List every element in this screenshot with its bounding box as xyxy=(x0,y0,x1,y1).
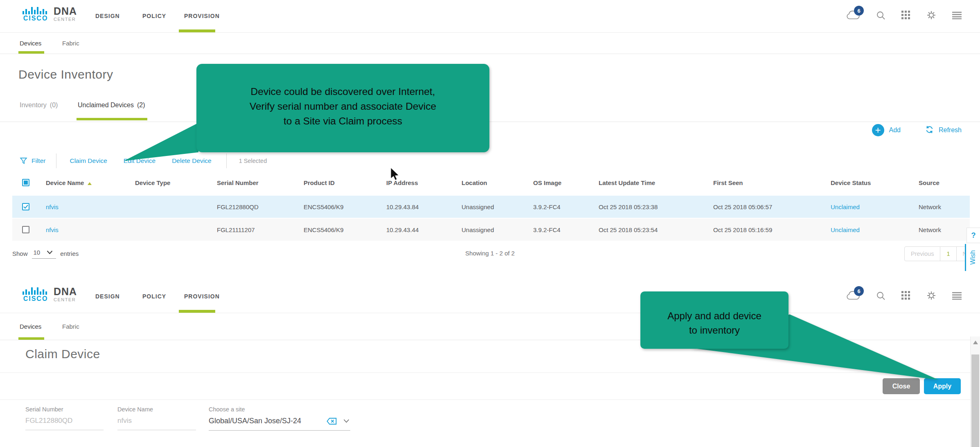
screen: CISCO DNA CENTER DESIGN POLICY PROVISION… xyxy=(0,0,980,447)
col-device-type[interactable]: Device Type xyxy=(135,179,217,186)
col-os-image[interactable]: OS Image xyxy=(533,179,599,186)
device-table: Device Name Device Type Serial Number Pr… xyxy=(12,174,970,242)
col-device-status[interactable]: Device Status xyxy=(831,179,919,186)
device-name-value: nfvis xyxy=(117,417,196,430)
previous-page-button[interactable]: Previous xyxy=(905,247,940,261)
device-name-label: Device Name xyxy=(117,406,196,413)
cell-product-id: ENCS5406/K9 xyxy=(304,203,386,210)
tab-fabric[interactable]: Fabric xyxy=(62,40,79,47)
cell-source: Network xyxy=(919,226,970,233)
cell-source: Network xyxy=(919,203,970,210)
add-icon[interactable]: + xyxy=(872,124,884,136)
refresh-button[interactable]: Refresh xyxy=(939,126,962,134)
col-location[interactable]: Location xyxy=(462,179,533,186)
col-source[interactable]: Source xyxy=(919,179,970,186)
cell-first-seen: Oct 25 2018 05:16:59 xyxy=(713,226,831,233)
device-name-link[interactable]: nfvis xyxy=(46,203,135,210)
site-select-value[interactable]: Global/USA/San Jose/SJ-24 xyxy=(209,417,327,425)
search-icon[interactable] xyxy=(874,289,887,302)
col-serial-number[interactable]: Serial Number xyxy=(217,179,304,186)
add-button[interactable]: Add xyxy=(889,126,901,134)
chevron-down-icon[interactable] xyxy=(343,419,349,423)
device-status-link[interactable]: Unclaimed xyxy=(831,226,919,233)
center-wordmark: CENTER xyxy=(54,297,77,302)
scrollbar[interactable] xyxy=(970,336,980,447)
subtab-bar-top: Devices Fabric xyxy=(0,33,980,54)
selected-count: 1 Selected xyxy=(239,158,267,164)
divider xyxy=(0,400,980,400)
callout-tail xyxy=(121,120,205,165)
app-header-bottom: CISCO DNA CENTER DESIGN POLICY PROVISION… xyxy=(0,280,980,313)
search-icon[interactable] xyxy=(874,9,887,21)
nav-provision[interactable]: PROVISION xyxy=(184,13,220,19)
refresh-icon[interactable] xyxy=(925,125,934,135)
nav-design[interactable]: DESIGN xyxy=(95,293,120,300)
filter-icon[interactable] xyxy=(20,157,27,165)
cell-first-seen: Oct 25 2018 05:06:57 xyxy=(713,203,831,210)
apps-grid-icon[interactable] xyxy=(900,9,912,21)
sort-asc-icon xyxy=(88,182,92,185)
current-page-button[interactable]: 1 xyxy=(940,247,956,261)
serial-number-label: Serial Number xyxy=(25,406,104,413)
nav-provision[interactable]: PROVISION xyxy=(184,293,220,300)
nav-design[interactable]: DESIGN xyxy=(95,13,120,19)
tab-fabric[interactable]: Fabric xyxy=(62,323,79,330)
col-latest-update-time[interactable]: Latest Update Time xyxy=(599,179,713,186)
scroll-up-arrow[interactable] xyxy=(973,341,978,344)
gear-icon[interactable] xyxy=(925,289,937,302)
device-status-link[interactable]: Unclaimed xyxy=(831,203,919,210)
claim-device-button[interactable]: Claim Device xyxy=(70,157,107,165)
cisco-logo: CISCO xyxy=(23,287,49,303)
device-name-field: Device Name nfvis xyxy=(117,406,196,430)
claim-device-title: Claim Device xyxy=(25,347,100,361)
showing-summary: Showing 1 - 2 of 2 xyxy=(0,250,980,257)
tab-devices[interactable]: Devices xyxy=(20,323,41,330)
tab-unclaimed-devices[interactable]: Unclaimed Devices(2) xyxy=(78,102,145,109)
subtab-active-underline xyxy=(18,337,44,340)
cell-product-id: ENCS5406/K9 xyxy=(304,226,386,233)
cloud-icon[interactable]: 6 xyxy=(844,289,861,302)
table-row[interactable]: nfvis FGL21111207 ENCS5406/K9 10.29.43.4… xyxy=(12,219,970,241)
wish-tab[interactable]: Wish xyxy=(965,244,980,271)
row-checkbox-checked[interactable] xyxy=(22,203,29,210)
notification-badge: 6 xyxy=(854,6,864,16)
callout-apply-note: Apply and add device to inventory xyxy=(640,291,789,349)
gear-icon[interactable] xyxy=(925,9,937,21)
nav-policy[interactable]: POLICY xyxy=(142,293,166,300)
help-button[interactable]: ? xyxy=(966,228,980,243)
nav-policy[interactable]: POLICY xyxy=(142,13,166,19)
callout-discover-note: Device could be discovered over Internet… xyxy=(196,64,489,152)
nav-active-underline xyxy=(179,29,215,32)
clear-icon[interactable] xyxy=(327,418,337,425)
choose-site-field[interactable]: Choose a site Global/USA/San Jose/SJ-24 xyxy=(209,406,350,431)
select-all-checkbox[interactable] xyxy=(22,179,29,186)
subtab-active-underline xyxy=(18,51,44,54)
page-title: Device Inventory xyxy=(18,68,113,81)
cisco-logo: CISCO xyxy=(23,6,49,22)
center-wordmark: CENTER xyxy=(54,17,77,22)
cisco-bars-icon xyxy=(23,6,49,14)
dna-wordmark: DNA xyxy=(54,6,77,16)
col-device-name[interactable]: Device Name xyxy=(46,179,135,186)
tab-inventory[interactable]: Inventory(0) xyxy=(20,102,58,109)
choose-site-label: Choose a site xyxy=(209,406,350,413)
cloud-icon[interactable]: 6 xyxy=(844,9,861,21)
cell-ip-address: 10.29.43.84 xyxy=(386,203,462,210)
cisco-wordmark: CISCO xyxy=(23,295,48,303)
filter-button[interactable]: Filter xyxy=(32,157,45,165)
table-row[interactable]: nfvis FGL212880QD ENCS5406/K9 10.29.43.8… xyxy=(12,196,970,218)
cisco-dna-logo: CISCO DNA CENTER xyxy=(23,287,77,303)
row-checkbox-unchecked[interactable] xyxy=(22,226,29,233)
cell-latest-update-time: Oct 25 2018 05:23:38 xyxy=(599,203,713,210)
scroll-thumb[interactable] xyxy=(971,354,979,447)
cisco-bars-icon xyxy=(23,287,49,295)
col-product-id[interactable]: Product ID xyxy=(304,179,386,186)
col-first-seen[interactable]: First Seen xyxy=(713,179,831,186)
list-menu-icon[interactable] xyxy=(951,9,963,21)
list-menu-icon[interactable] xyxy=(951,289,963,302)
apps-grid-icon[interactable] xyxy=(900,289,912,302)
cell-serial-number: FGL21111207 xyxy=(217,226,304,233)
device-name-link[interactable]: nfvis xyxy=(46,226,135,233)
tab-devices[interactable]: Devices xyxy=(20,40,41,47)
mouse-cursor xyxy=(390,167,402,181)
